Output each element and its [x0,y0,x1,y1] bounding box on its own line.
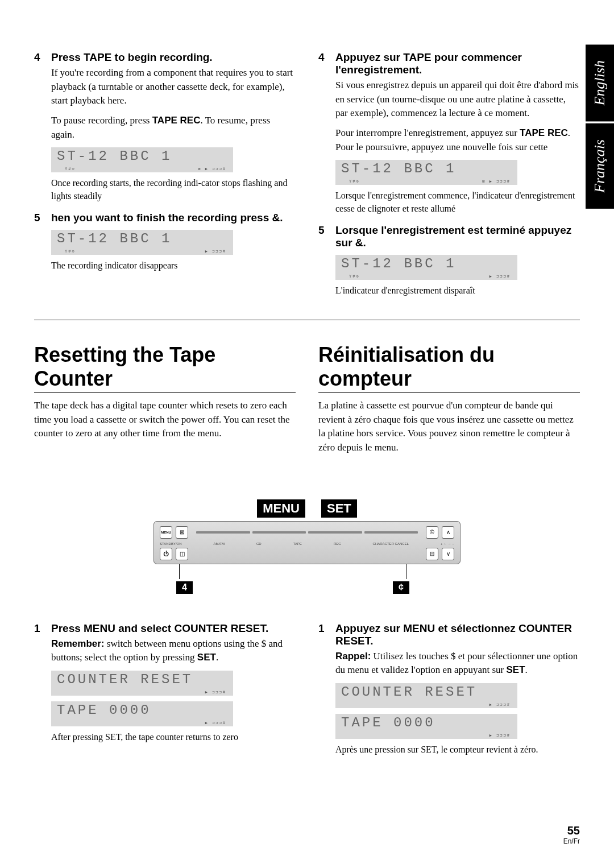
lcd-caption: The recording indicator disappears [34,259,296,272]
device-button: ⊠ [176,526,188,539]
lower-columns: 1 Press MENU and select COUNTER RESET. R… [34,622,580,766]
col-english-title: Resetting the Tape Counter The tape deck… [34,343,296,465]
lcd-display: ST-12 BBC 1 Y#⊙▶ ⊐⊐⊐# [51,230,233,255]
step-title: hen you want to finish the recording pre… [51,212,283,224]
device-up-button: ∧ [442,526,454,539]
section-divider [34,320,580,320]
step-number: 4 [34,51,43,64]
section-intro-fr: La platine à cassette est pourvue d'un c… [318,399,580,455]
step-title: Appuyez sur MENU et sélectionnez COUNTER… [335,622,580,647]
col-english: 4 Press TAPE to begin recording. If you'… [34,51,296,306]
step-number: 5 [318,224,327,249]
pointer-label-4: 4 [176,581,193,594]
step-title: Press TAPE to begin recording. [51,51,213,64]
lcd-caption: Once recording starts, the recording ind… [34,177,296,202]
lcd-display: ST-12 BBC 1 Y#⊙⊠ ▶ ⊐⊐⊐# [51,147,233,172]
section-title-fr: Réinitialisation du compteur [318,343,580,393]
device-screen [196,528,418,537]
lcd-caption: L'indicateur d'enregistrement disparaît [318,284,580,297]
lcd-caption: Lorsque l'enregistrement commence, l'ind… [318,189,580,215]
device-illustration: MENU ⊠ © ∧ STANDBY/ONAM/FMCDTAPERECCHARA… [154,521,460,594]
step-number: 1 [34,622,43,635]
page-number: 55 [563,824,580,837]
section-intro-en: The tape deck has a digital tape counter… [34,399,296,441]
upper-columns: 4 Press TAPE to begin recording. If you'… [34,51,580,306]
device-labels-row: STANDBY/ONAM/FMCDTAPERECCHARACTER CANCEL… [160,542,454,545]
set-label: SET [321,499,357,518]
col-french: 4 Appuyez sur TAPE pour commencer l'enre… [318,51,580,306]
step-body-text: Si vous enregistrez depuis un appareil q… [335,78,580,121]
lcd-display: ST-12 BBC 1 Y#⊙⊠ ▶ ⊐⊐⊐# [335,160,517,185]
step-4-en: 4 Press TAPE to begin recording. If you'… [34,51,296,202]
lcd-display: TAPE 0000 ▶ ⊐⊐⊐# [51,701,233,726]
step-body-text: Rappel: Utilisez les touches $ et pour s… [335,650,580,677]
menu-label: MENU [257,499,305,518]
step-body-text: To pause recording, press TAPE REC. To r… [51,114,296,142]
page-lang: En/Fr [563,837,580,845]
col-english-lower: 1 Press MENU and select COUNTER RESET. R… [34,622,296,766]
lang-tab-francais: Français [586,123,614,209]
step-number: 1 [318,622,327,647]
page-footer: 55 En/Fr [563,824,580,845]
lcd-display: TAPE 0000 ▶ ⊐⊐⊐# [335,714,517,739]
step-5-en: 5 hen you want to finish the recording p… [34,212,296,272]
step-1b-fr: 1 Appuyez sur MENU et sélectionnez COUNT… [318,622,580,757]
device-menu-button: MENU [160,526,172,539]
section-title-en: Resetting the Tape Counter [34,343,296,393]
language-tabs: English Français [586,44,614,211]
step-body-text: Pour interrompre l'enregistrement, appuy… [335,126,580,154]
lcd-caption: After pressing SET, the tape counter ret… [34,731,296,743]
pointer-lines [154,564,460,579]
lcd-display: COUNTER RESET ▶ ⊐⊐⊐# [51,671,233,696]
lang-tab-english: English [586,44,614,121]
step-number: 5 [34,212,43,224]
device-down-button: ∨ [442,548,454,560]
step-body-text: Remember: switch between menu options us… [51,637,296,665]
step-title: Press MENU and select COUNTER RESET. [51,622,268,635]
menu-set-labels: MENU SET [34,499,580,518]
lcd-caption: Après une pression sur SET, le compteur … [318,743,580,756]
device-power-button: ⏻ [160,548,172,560]
device-button: ⊟ [426,548,438,560]
step-body-text: If you're recording from a component tha… [51,66,296,108]
pointer-label-c: ¢ [393,581,409,594]
step-number: 4 [318,51,327,76]
col-french-lower: 1 Appuyez sur MENU et sélectionnez COUNT… [318,622,580,766]
lcd-display: COUNTER RESET ▶ ⊐⊐⊐# [335,683,517,708]
step-1b-en: 1 Press MENU and select COUNTER RESET. R… [34,622,296,744]
pointer-labels: 4 ¢ [154,581,460,594]
col-french-title: Réinitialisation du compteur La platine … [318,343,580,465]
lcd-display: ST-12 BBC 1 Y#⊙▶ ⊐⊐⊐# [335,255,517,280]
device-c-button: © [426,526,438,539]
step-4-fr: 4 Appuyez sur TAPE pour commencer l'enre… [318,51,580,215]
step-title: Appuyez sur TAPE pour commencer l'enregi… [335,51,580,76]
section-title-columns: Resetting the Tape Counter The tape deck… [34,343,580,465]
device-button: ◫ [176,548,188,560]
step-5-fr: 5 Lorsque l'enregistrement est terminé a… [318,224,580,297]
step-title: Lorsque l'enregistrement est terminé app… [335,224,580,249]
